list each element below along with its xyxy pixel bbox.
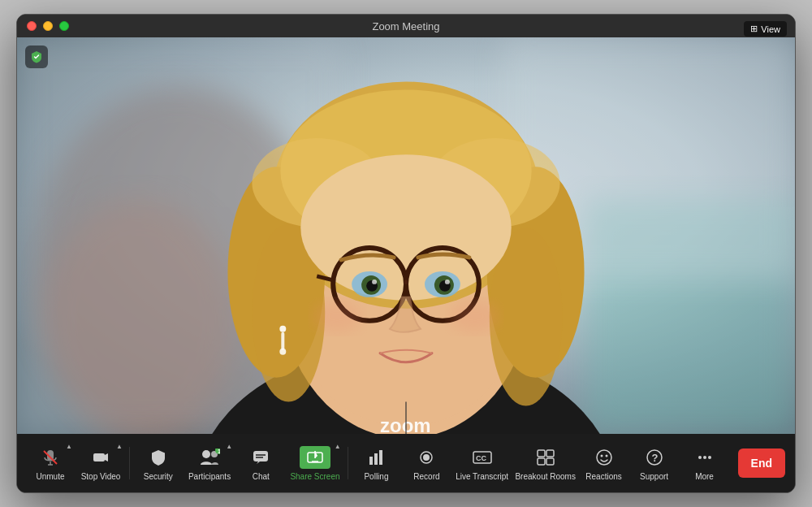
breakout-rooms-button[interactable]: Breakout Rooms <box>514 441 577 486</box>
svg-rect-56 <box>374 453 378 465</box>
svg-rect-64 <box>538 458 545 465</box>
svg-point-71 <box>698 456 702 459</box>
svg-rect-42 <box>93 453 105 462</box>
window-controls <box>27 21 69 31</box>
end-button[interactable]: End <box>738 448 785 478</box>
svg-point-29 <box>372 280 377 284</box>
svg-point-59 <box>423 454 430 461</box>
svg-point-36 <box>313 301 361 333</box>
svg-point-68 <box>605 454 607 457</box>
camera-icon <box>92 446 110 469</box>
close-button[interactable] <box>27 21 37 31</box>
share-screen-icon <box>300 446 330 469</box>
participants-icon: 1 <box>199 446 220 469</box>
window-title: Zoom Meeting <box>372 20 439 32</box>
svg-point-37 <box>451 301 499 333</box>
stop-video-label: Stop Video <box>81 472 121 481</box>
svg-text:CC: CC <box>476 454 486 462</box>
chat-label: Chat <box>253 472 270 481</box>
chat-button[interactable]: Chat <box>237 441 284 486</box>
chat-icon <box>252 446 270 469</box>
live-transcript-label: Live Transcript <box>456 472 508 481</box>
toolbar: Unmute ▲ Stop Video ▲ Security <box>17 434 795 492</box>
security-label: Security <box>144 472 173 481</box>
video-feed-area: zoom <box>17 37 795 434</box>
record-label: Record <box>413 472 439 481</box>
maximize-button[interactable] <box>59 21 69 31</box>
svg-rect-48 <box>253 451 268 462</box>
share-screen-chevron: ▲ <box>335 443 341 450</box>
zoom-window: Zoom Meeting ⊞ View <box>16 14 796 493</box>
svg-rect-55 <box>369 457 373 465</box>
participants-label: Participants <box>188 472 231 481</box>
view-button[interactable]: ⊞ View <box>744 21 787 37</box>
security-icon <box>149 446 167 469</box>
svg-point-44 <box>202 450 210 458</box>
support-icon: ? <box>646 446 663 469</box>
svg-text:1: 1 <box>218 448 220 454</box>
polling-button[interactable]: Polling <box>352 441 400 486</box>
svg-point-73 <box>708 456 711 459</box>
svg-point-67 <box>600 454 603 457</box>
svg-rect-62 <box>538 450 545 457</box>
view-label: View <box>761 24 780 34</box>
security-badge[interactable] <box>25 46 48 68</box>
share-screen-button[interactable]: Share Screen ▲ <box>287 441 342 486</box>
polling-label: Polling <box>364 472 388 481</box>
view-icon: ⊞ <box>750 24 758 34</box>
reactions-icon <box>595 446 613 469</box>
record-button[interactable]: Record <box>403 441 450 486</box>
video-background: zoom <box>17 37 795 434</box>
support-button[interactable]: ? Support <box>631 441 678 486</box>
unmute-label: Unmute <box>36 472 64 481</box>
svg-rect-65 <box>546 458 554 465</box>
share-screen-label: Share Screen <box>290 472 339 481</box>
svg-rect-32 <box>281 332 284 350</box>
unmute-button[interactable]: Unmute ▲ <box>27 441 74 486</box>
microphone-icon <box>41 446 59 469</box>
stop-video-button[interactable]: Stop Video ▲ <box>77 441 124 486</box>
svg-marker-43 <box>105 453 108 462</box>
svg-point-66 <box>597 450 611 465</box>
minimize-button[interactable] <box>43 21 53 31</box>
separator-1 <box>129 447 130 479</box>
svg-point-30 <box>445 280 450 284</box>
breakout-rooms-icon <box>536 446 555 469</box>
svg-point-33 <box>279 349 286 355</box>
polling-icon <box>367 446 385 469</box>
svg-point-72 <box>703 456 706 459</box>
breakout-rooms-label: Breakout Rooms <box>515 472 575 481</box>
separator-2 <box>348 447 348 479</box>
unmute-chevron: ▲ <box>66 443 72 450</box>
svg-rect-63 <box>546 450 554 457</box>
svg-point-31 <box>279 326 286 332</box>
title-bar: Zoom Meeting ⊞ View <box>17 15 795 37</box>
svg-text:?: ? <box>651 452 658 464</box>
more-label: More <box>695 472 714 481</box>
reactions-label: Reactions <box>585 472 621 481</box>
reactions-button[interactable]: Reactions <box>581 441 628 486</box>
svg-rect-57 <box>379 450 382 465</box>
participants-button[interactable]: 1 Participants ▲ <box>185 441 234 486</box>
security-button[interactable]: Security <box>135 441 182 486</box>
support-label: Support <box>640 472 668 481</box>
stop-video-chevron: ▲ <box>116 443 123 450</box>
live-transcript-icon: CC <box>472 446 493 469</box>
more-icon <box>696 446 714 469</box>
record-icon <box>417 446 435 469</box>
shield-icon <box>30 50 43 63</box>
participants-chevron: ▲ <box>226 443 232 450</box>
more-button[interactable]: More <box>681 441 728 486</box>
live-transcript-button[interactable]: CC Live Transcript <box>453 441 510 486</box>
